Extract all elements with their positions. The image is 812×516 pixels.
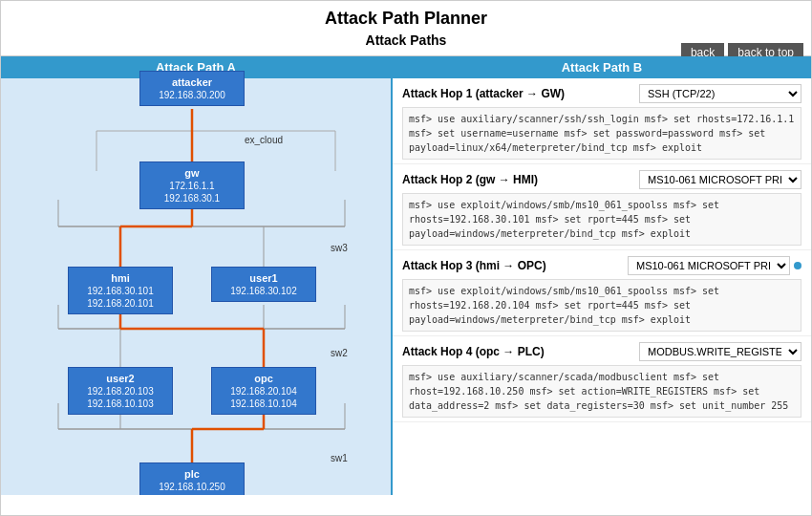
hop-4-header: Attack Hop 4 (opc → PLC)MODBUS.WRITE_REG… [402,342,801,361]
node-plc: plc 192.168.10.250 [139,462,245,495]
hop-4-technique-select[interactable]: MODBUS.WRITE_REGISTER.CHANC [639,342,801,361]
hop-2-code: msf> use exploit/windows/smb/ms10_061_sp… [402,193,801,246]
attack-hop-4: Attack Hop 4 (opc → PLC)MODBUS.WRITE_REG… [393,336,811,422]
node-hmi: hmi 192.168.30.101 192.168.20.101 [68,267,173,314]
page-title: Attack Path Planner [1,1,811,31]
hop-1-technique-select[interactable]: SSH (TCP/22) [639,84,801,103]
hop-3-header: Attack Hop 3 (hmi → OPC)MS10-061 MICROSO… [402,256,801,275]
hop-1-label: Attack Hop 1 (attacker → GW) [402,87,639,100]
diagram-svg [1,56,393,495]
hop-2-header: Attack Hop 2 (gw → HMI)MS10-061 MICROSOF… [402,170,801,189]
hops-container: Attack Hop 1 (attacker → GW)SSH (TCP/22)… [393,78,811,422]
hop-3-indicator [794,262,801,269]
main-area: Attack Path A [1,55,811,495]
right-panel-header: Attack Path B [393,56,811,78]
node-opc: opc 192.168.20.104 192.168.10.104 [211,367,316,415]
hop-3-technique-select[interactable]: MS10-061 MICROSOFT PRINT SPOO [628,256,790,275]
hop-2-technique-select[interactable]: MS10-061 MICROSOFT PRINT SPOO [639,170,801,189]
hop-1-code: msf> use auxiliary/scanner/ssh/ssh_login… [402,107,801,160]
attack-hop-2: Attack Hop 2 (gw → HMI)MS10-061 MICROSOF… [393,164,811,250]
hop-3-code: msf> use exploit/windows/smb/ms10_061_sp… [402,279,801,332]
node-gw: gw 172.16.1.1 192.168.30.1 [139,161,245,209]
right-panel: Attack Path B Attack Hop 1 (attacker → G… [393,56,811,495]
hop-3-label: Attack Hop 3 (hmi → OPC) [402,259,628,272]
hop-1-header: Attack Hop 1 (attacker → GW)SSH (TCP/22) [402,84,801,103]
hop-4-label: Attack Hop 4 (opc → PLC) [402,345,639,358]
node-user1: user1 192.168.30.102 [211,267,316,302]
hop-2-label: Attack Hop 2 (gw → HMI) [402,173,639,186]
hop-4-code: msf> use auxiliary/scanner/scada/modbusc… [402,365,801,418]
attack-hop-3: Attack Hop 3 (hmi → OPC)MS10-061 MICROSO… [393,250,811,336]
left-panel: Attack Path A [1,56,393,495]
node-attacker: attacker 192.168.30.200 [139,71,245,106]
attack-hop-1: Attack Hop 1 (attacker → GW)SSH (TCP/22)… [393,78,811,164]
node-user2: user2 192.168.20.103 192.168.10.103 [68,367,173,415]
